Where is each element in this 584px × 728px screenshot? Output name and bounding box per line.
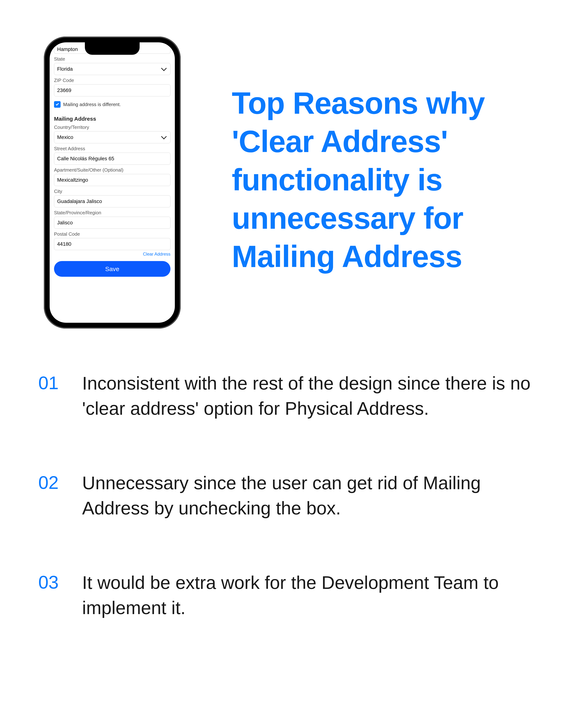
- zip-value: 23669: [57, 87, 71, 93]
- region-label: State/Province/Region: [54, 210, 170, 215]
- reason-number: 02: [38, 470, 66, 521]
- reason-item: 02 Unnecessary since the user can get ri…: [38, 470, 536, 521]
- mailing-different-row[interactable]: Mailing address is different.: [54, 101, 170, 108]
- street-input[interactable]: Calle Nicolás Régules 65: [54, 153, 170, 165]
- reason-item: 03 It would be extra work for the Develo…: [38, 570, 536, 620]
- save-label: Save: [105, 265, 120, 272]
- city-label: City: [54, 188, 170, 194]
- reason-text: Inconsistent with the rest of the design…: [82, 370, 536, 421]
- country-select[interactable]: Mexico: [54, 131, 170, 143]
- mailing-different-checkbox[interactable]: [54, 101, 60, 108]
- zip-input[interactable]: 23669: [54, 84, 170, 96]
- country-label: Country/Territory: [54, 125, 170, 130]
- clear-address-link[interactable]: Clear Address: [143, 252, 170, 257]
- state-select[interactable]: Florida: [54, 63, 170, 75]
- street-label: Street Address: [54, 146, 170, 152]
- region-input[interactable]: Jalisco: [54, 217, 170, 229]
- postal-label: Postal Code: [54, 231, 170, 237]
- apt-input[interactable]: Mexicaltzingo: [54, 174, 170, 186]
- reason-number: 03: [38, 570, 66, 620]
- postal-input[interactable]: 44180: [54, 238, 170, 250]
- state-label: State: [54, 56, 170, 62]
- postal-value: 44180: [57, 241, 71, 247]
- state-value: Florida: [57, 66, 73, 72]
- city-input[interactable]: Guadalajara Jalisco: [54, 195, 170, 207]
- region-value: Jalisco: [57, 220, 73, 226]
- mailing-address-title: Mailing Address: [54, 116, 170, 122]
- page-title: Top Reasons why 'Clear Address' function…: [232, 84, 548, 276]
- city-value-physical: Hampton: [57, 46, 78, 52]
- apt-label: Apartment/Suite/Other (Optional): [54, 167, 170, 173]
- city-value: Guadalajara Jalisco: [57, 199, 102, 204]
- reason-item: 01 Inconsistent with the rest of the des…: [38, 370, 536, 421]
- reason-number: 01: [38, 370, 66, 421]
- phone-screen: Hampton State Florida ZIP Code 23669: [50, 42, 175, 323]
- street-value: Calle Nicolás Régules 65: [57, 156, 114, 161]
- reason-text: It would be extra work for the Developme…: [82, 570, 536, 620]
- reason-text: Unnecessary since the user can get rid o…: [82, 470, 536, 521]
- mailing-different-label: Mailing address is different.: [63, 102, 121, 107]
- country-value: Mexico: [57, 134, 73, 140]
- phone-mockup: Hampton State Florida ZIP Code 23669: [44, 36, 181, 329]
- chevron-down-icon: [161, 134, 167, 139]
- zip-label: ZIP Code: [54, 78, 170, 83]
- phone-notch: [85, 42, 140, 55]
- apt-value: Mexicaltzingo: [57, 177, 88, 183]
- checkmark-icon: [56, 103, 59, 106]
- reasons-list: 01 Inconsistent with the rest of the des…: [0, 329, 584, 620]
- chevron-down-icon: [161, 66, 167, 71]
- save-button[interactable]: Save: [54, 261, 170, 277]
